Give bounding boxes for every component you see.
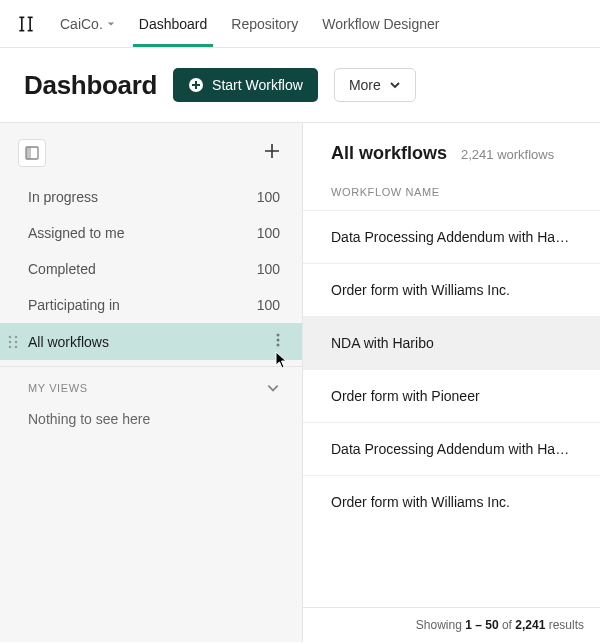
svg-rect-8 (26, 147, 31, 159)
sidebar-item-label: Assigned to me (28, 225, 125, 241)
svg-point-9 (9, 335, 12, 338)
start-workflow-label: Start Workflow (212, 77, 303, 93)
brand-name: CaiCo. (60, 16, 103, 32)
add-view-button[interactable] (262, 141, 282, 165)
workflow-row[interactable]: Data Processing Addendum with Haribo (303, 210, 600, 263)
workflow-row[interactable]: Data Processing Addendum with Haribo (303, 422, 600, 475)
footer-of: of (502, 618, 512, 632)
sidebar-item-completed[interactable]: Completed100 (0, 251, 302, 287)
nav-tab-workflow-designer[interactable]: Workflow Designer (322, 2, 439, 46)
workflow-row[interactable]: Order form with Williams Inc. (303, 475, 600, 528)
svg-point-13 (9, 345, 12, 348)
sidebar-item-all-workflows[interactable]: All workflows (0, 323, 302, 360)
main-title: All workflows (331, 143, 447, 164)
column-header-name: WORKFLOW NAME (303, 172, 600, 210)
sidebar-item-in-progress[interactable]: In progress100 (0, 179, 302, 215)
page-title: Dashboard (24, 70, 157, 101)
sidebar-item-assigned-to-me[interactable]: Assigned to me100 (0, 215, 302, 251)
sidebar-item-label: Completed (28, 261, 96, 277)
top-nav: CaiCo. DashboardRepositoryWorkflow Desig… (0, 0, 600, 48)
brand-dropdown[interactable]: CaiCo. (60, 16, 115, 32)
plus-icon (262, 141, 282, 161)
svg-point-16 (277, 339, 280, 342)
svg-point-15 (277, 334, 280, 337)
sidebar-item-participating-in[interactable]: Participating in100 (0, 287, 302, 323)
chevron-down-icon (389, 79, 401, 91)
sidebar-item-label: Participating in (28, 297, 120, 313)
svg-point-12 (15, 340, 18, 343)
my-views-section: MY VIEWS Nothing to see here (0, 366, 302, 437)
main-panel: All workflows 2,241 workflows WORKFLOW N… (303, 123, 600, 642)
workflow-row[interactable]: Order form with Williams Inc. (303, 263, 600, 316)
nav-tab-dashboard[interactable]: Dashboard (139, 2, 208, 46)
footer-suffix: results (549, 618, 584, 632)
workflow-row[interactable]: Order form with Pioneer (303, 369, 600, 422)
start-workflow-button[interactable]: Start Workflow (173, 68, 318, 102)
my-views-empty: Nothing to see here (0, 405, 302, 437)
kebab-icon[interactable] (276, 333, 280, 350)
sidebar-item-label: In progress (28, 189, 98, 205)
sidebar-item-count: 100 (257, 297, 280, 313)
sidebar: In progress100Assigned to me100Completed… (0, 123, 303, 642)
logo-icon[interactable] (16, 14, 36, 34)
drag-handle-icon[interactable] (8, 335, 18, 349)
svg-point-17 (277, 344, 280, 347)
sidebar-item-label: All workflows (28, 334, 109, 350)
sidebar-item-count: 100 (257, 261, 280, 277)
plus-circle-icon (188, 77, 204, 93)
footer-range: 1 – 50 (465, 618, 498, 632)
my-views-toggle[interactable]: MY VIEWS (0, 367, 302, 405)
filter-list: In progress100Assigned to me100Completed… (0, 179, 302, 360)
workflow-list: Data Processing Addendum with HariboOrde… (303, 210, 600, 607)
caret-down-icon (107, 20, 115, 28)
sidebar-item-count: 100 (257, 225, 280, 241)
panel-toggle-button[interactable] (18, 139, 46, 167)
svg-point-10 (15, 335, 18, 338)
nav-tab-repository[interactable]: Repository (231, 2, 298, 46)
workflow-row[interactable]: NDA with Haribo (303, 316, 600, 369)
footer-prefix: Showing (416, 618, 462, 632)
more-label: More (349, 77, 381, 93)
footer-total: 2,241 (515, 618, 545, 632)
sidebar-icon (25, 146, 39, 160)
svg-point-14 (15, 345, 18, 348)
my-views-label: MY VIEWS (28, 382, 88, 394)
page-header: Dashboard Start Workflow More (0, 48, 600, 122)
more-button[interactable]: More (334, 68, 416, 102)
svg-point-11 (9, 340, 12, 343)
results-footer: Showing 1 – 50 of 2,241 results (303, 607, 600, 642)
chevron-down-icon (266, 381, 280, 395)
nav-tabs: DashboardRepositoryWorkflow Designer (139, 2, 440, 46)
main-subtitle: 2,241 workflows (461, 147, 554, 162)
sidebar-item-count: 100 (257, 189, 280, 205)
